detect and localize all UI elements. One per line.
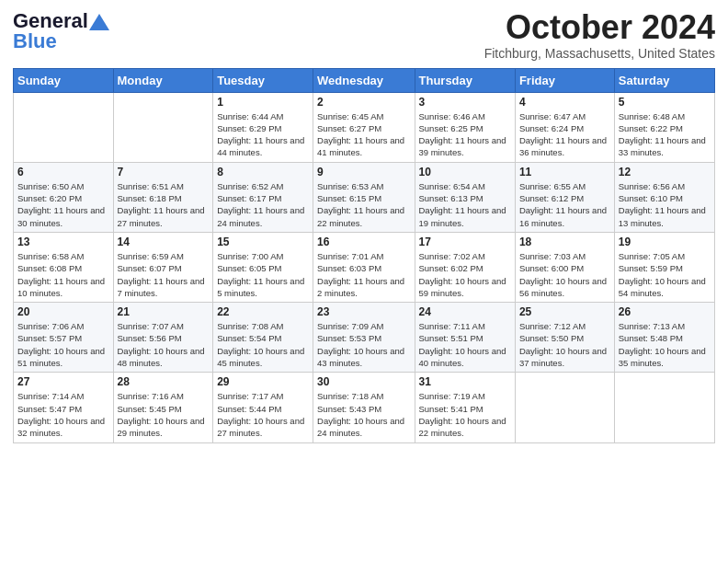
table-row: 28Sunrise: 7:16 AMSunset: 5:45 PMDayligh… — [113, 373, 213, 442]
day-number: 15 — [217, 236, 309, 248]
day-number: 27 — [17, 375, 109, 388]
col-wednesday: Wednesday — [313, 68, 415, 92]
day-number: 26 — [619, 305, 711, 318]
table-row: 3Sunrise: 6:46 AMSunset: 6:25 PMDaylight… — [415, 92, 515, 162]
day-info: Sunrise: 6:45 AMSunset: 6:27 PMDaylight:… — [317, 110, 410, 159]
day-info: Sunrise: 7:18 AMSunset: 5:43 PMDaylight:… — [317, 390, 410, 439]
table-row: 23Sunrise: 7:09 AMSunset: 5:53 PMDayligh… — [313, 303, 415, 373]
table-row: 9Sunrise: 6:53 AMSunset: 6:15 PMDaylight… — [313, 162, 415, 232]
table-row: 15Sunrise: 7:00 AMSunset: 6:05 PMDayligh… — [213, 232, 313, 302]
day-number: 18 — [519, 236, 610, 248]
table-row: 19Sunrise: 7:05 AMSunset: 5:59 PMDayligh… — [614, 232, 714, 302]
day-number: 3 — [419, 96, 511, 109]
table-row: 2Sunrise: 6:45 AMSunset: 6:27 PMDaylight… — [313, 92, 415, 162]
svg-marker-0 — [89, 14, 109, 30]
day-number: 30 — [317, 375, 410, 388]
day-info: Sunrise: 7:16 AMSunset: 5:45 PMDaylight:… — [118, 390, 210, 439]
day-number: 25 — [519, 305, 610, 318]
day-info: Sunrise: 7:08 AMSunset: 5:54 PMDaylight:… — [217, 320, 309, 369]
table-row: 27Sunrise: 7:14 AMSunset: 5:47 PMDayligh… — [14, 373, 114, 442]
table-row: 22Sunrise: 7:08 AMSunset: 5:54 PMDayligh… — [213, 303, 313, 373]
day-number: 10 — [419, 166, 511, 178]
day-number: 22 — [217, 305, 309, 318]
day-number: 28 — [118, 375, 210, 388]
table-row — [614, 373, 714, 442]
day-number: 2 — [317, 96, 410, 109]
day-info: Sunrise: 6:50 AMSunset: 6:20 PMDaylight:… — [17, 180, 109, 229]
logo-blue: Blue — [13, 29, 57, 53]
day-number: 1 — [217, 96, 309, 109]
table-row: 16Sunrise: 7:01 AMSunset: 6:03 PMDayligh… — [313, 232, 415, 302]
day-number: 4 — [519, 96, 610, 109]
col-sunday: Sunday — [14, 68, 114, 92]
day-info: Sunrise: 7:14 AMSunset: 5:47 PMDaylight:… — [17, 390, 109, 439]
table-row: 29Sunrise: 7:17 AMSunset: 5:44 PMDayligh… — [213, 373, 313, 442]
day-info: Sunrise: 7:07 AMSunset: 5:56 PMDaylight:… — [118, 320, 210, 369]
location: Fitchburg, Massachusetts, United States — [484, 46, 715, 61]
logo: General Blue — [13, 9, 109, 53]
table-row — [515, 373, 614, 442]
month-title: October 2024 — [484, 9, 715, 46]
day-number: 23 — [317, 305, 410, 318]
day-info: Sunrise: 6:56 AMSunset: 6:10 PMDaylight:… — [619, 180, 711, 229]
table-row: 8Sunrise: 6:52 AMSunset: 6:17 PMDaylight… — [213, 162, 313, 232]
title-block: October 2024 Fitchburg, Massachusetts, U… — [484, 9, 715, 61]
table-row: 20Sunrise: 7:06 AMSunset: 5:57 PMDayligh… — [14, 303, 114, 373]
table-row: 4Sunrise: 6:47 AMSunset: 6:24 PMDaylight… — [515, 92, 614, 162]
day-info: Sunrise: 7:02 AMSunset: 6:02 PMDaylight:… — [419, 250, 511, 299]
day-number: 12 — [619, 166, 711, 178]
col-saturday: Saturday — [614, 68, 714, 92]
table-row: 30Sunrise: 7:18 AMSunset: 5:43 PMDayligh… — [313, 373, 415, 442]
day-info: Sunrise: 7:03 AMSunset: 6:00 PMDaylight:… — [519, 250, 610, 299]
day-number: 20 — [17, 305, 109, 318]
day-number: 14 — [118, 236, 210, 248]
day-info: Sunrise: 6:58 AMSunset: 6:08 PMDaylight:… — [17, 250, 109, 299]
day-info: Sunrise: 6:59 AMSunset: 6:07 PMDaylight:… — [118, 250, 210, 299]
col-tuesday: Tuesday — [213, 68, 313, 92]
day-info: Sunrise: 6:52 AMSunset: 6:17 PMDaylight:… — [217, 180, 309, 229]
col-thursday: Thursday — [415, 68, 515, 92]
table-row: 11Sunrise: 6:55 AMSunset: 6:12 PMDayligh… — [515, 162, 614, 232]
day-info: Sunrise: 7:09 AMSunset: 5:53 PMDaylight:… — [317, 320, 410, 369]
day-info: Sunrise: 7:11 AMSunset: 5:51 PMDaylight:… — [419, 320, 511, 369]
day-info: Sunrise: 6:54 AMSunset: 6:13 PMDaylight:… — [419, 180, 511, 229]
day-info: Sunrise: 6:51 AMSunset: 6:18 PMDaylight:… — [118, 180, 210, 229]
day-number: 29 — [217, 375, 309, 388]
day-info: Sunrise: 7:17 AMSunset: 5:44 PMDaylight:… — [217, 390, 309, 439]
table-row: 6Sunrise: 6:50 AMSunset: 6:20 PMDaylight… — [14, 162, 114, 232]
day-number: 31 — [419, 375, 511, 388]
calendar-week-row: 1Sunrise: 6:44 AMSunset: 6:29 PMDaylight… — [14, 92, 715, 162]
day-info: Sunrise: 7:01 AMSunset: 6:03 PMDaylight:… — [317, 250, 410, 299]
day-number: 5 — [619, 96, 711, 109]
table-row — [14, 92, 114, 162]
calendar-week-row: 27Sunrise: 7:14 AMSunset: 5:47 PMDayligh… — [14, 373, 715, 442]
day-info: Sunrise: 7:05 AMSunset: 5:59 PMDaylight:… — [619, 250, 711, 299]
table-row: 13Sunrise: 6:58 AMSunset: 6:08 PMDayligh… — [14, 232, 114, 302]
day-number: 17 — [419, 236, 511, 248]
day-number: 7 — [118, 166, 210, 178]
day-info: Sunrise: 7:06 AMSunset: 5:57 PMDaylight:… — [17, 320, 109, 369]
day-number: 24 — [419, 305, 511, 318]
day-number: 16 — [317, 236, 410, 248]
calendar-week-row: 13Sunrise: 6:58 AMSunset: 6:08 PMDayligh… — [14, 232, 715, 302]
calendar-week-row: 20Sunrise: 7:06 AMSunset: 5:57 PMDayligh… — [14, 303, 715, 373]
table-row: 18Sunrise: 7:03 AMSunset: 6:00 PMDayligh… — [515, 232, 614, 302]
calendar-header-row: Sunday Monday Tuesday Wednesday Thursday… — [14, 68, 715, 92]
day-number: 6 — [17, 166, 109, 178]
table-row: 26Sunrise: 7:13 AMSunset: 5:48 PMDayligh… — [614, 303, 714, 373]
table-row: 21Sunrise: 7:07 AMSunset: 5:56 PMDayligh… — [113, 303, 213, 373]
day-number: 8 — [217, 166, 309, 178]
table-row: 25Sunrise: 7:12 AMSunset: 5:50 PMDayligh… — [515, 303, 614, 373]
day-info: Sunrise: 7:12 AMSunset: 5:50 PMDaylight:… — [519, 320, 610, 369]
day-info: Sunrise: 6:47 AMSunset: 6:24 PMDaylight:… — [519, 110, 610, 159]
table-row: 14Sunrise: 6:59 AMSunset: 6:07 PMDayligh… — [113, 232, 213, 302]
day-info: Sunrise: 6:48 AMSunset: 6:22 PMDaylight:… — [619, 110, 711, 159]
logo-arrow-icon — [89, 14, 109, 30]
table-row — [113, 92, 213, 162]
day-number: 21 — [118, 305, 210, 318]
table-row: 17Sunrise: 7:02 AMSunset: 6:02 PMDayligh… — [415, 232, 515, 302]
col-monday: Monday — [113, 68, 213, 92]
day-info: Sunrise: 6:44 AMSunset: 6:29 PMDaylight:… — [217, 110, 309, 159]
table-row: 1Sunrise: 6:44 AMSunset: 6:29 PMDaylight… — [213, 92, 313, 162]
table-row: 31Sunrise: 7:19 AMSunset: 5:41 PMDayligh… — [415, 373, 515, 442]
